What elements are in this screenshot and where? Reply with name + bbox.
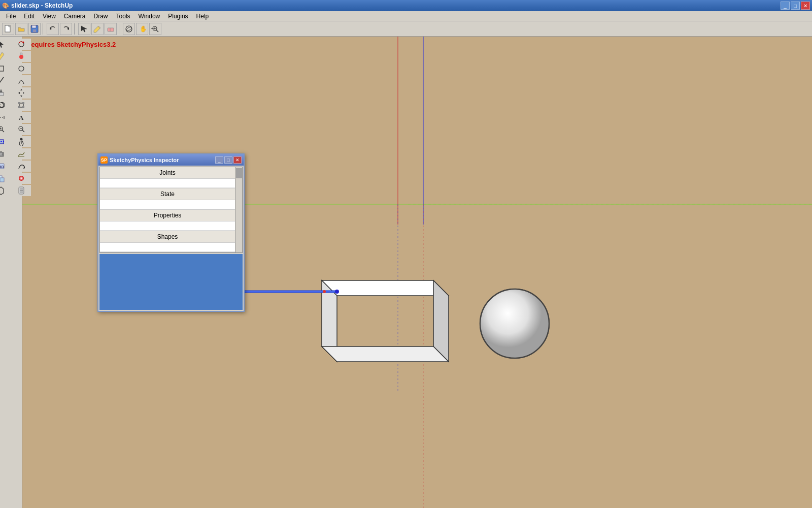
- toolbar-new[interactable]: [2, 23, 14, 35]
- tool-scale[interactable]: [12, 100, 31, 111]
- svg-point-84: [481, 290, 549, 358]
- titlebar-title: 🎨 slider.skp - SketchUp: [2, 2, 73, 9]
- svg-point-81: [323, 290, 326, 293]
- inspector-properties-field[interactable]: [100, 221, 235, 231]
- menu-camera[interactable]: Camera: [60, 12, 90, 21]
- tool-walkthrough[interactable]: [12, 136, 31, 147]
- tool-push-pull[interactable]: [0, 87, 11, 99]
- inspector-minimize[interactable]: _: [215, 156, 223, 164]
- tool-arc[interactable]: [12, 75, 31, 86]
- menu-file[interactable]: File: [2, 12, 20, 21]
- menu-window[interactable]: Window: [134, 12, 164, 21]
- tool-section-plane[interactable]: [0, 136, 11, 147]
- tool-rectangle[interactable]: [0, 63, 11, 74]
- tool-tape[interactable]: [0, 112, 11, 123]
- inspector-window-controls: _ □ ✕: [215, 156, 242, 164]
- inspector-shapes-field[interactable]: [100, 243, 235, 252]
- inspector-close[interactable]: ✕: [233, 156, 242, 164]
- menu-help[interactable]: Help: [192, 12, 213, 21]
- tool-paint[interactable]: [12, 51, 31, 62]
- minimize-button[interactable]: _: [781, 2, 790, 10]
- svg-marker-25: [0, 89, 3, 92]
- svg-point-83: [480, 289, 549, 358]
- tool-pencil[interactable]: [0, 51, 11, 62]
- titlebar-icon: 🎨: [2, 3, 9, 9]
- inspector-blue-panel[interactable]: [99, 254, 243, 310]
- toolbar-pencil[interactable]: [91, 23, 104, 35]
- svg-marker-27: [20, 96, 22, 97]
- svg-marker-17: [0, 40, 4, 48]
- menu-edit[interactable]: Edit: [20, 12, 39, 21]
- menu-plugins[interactable]: Plugins: [164, 12, 192, 21]
- inspector-shapes-label: Shapes: [157, 233, 178, 240]
- tool-component[interactable]: [0, 173, 11, 184]
- svg-rect-35: [18, 106, 20, 108]
- svg-marker-62: [0, 187, 4, 195]
- inspector-state-label: State: [160, 190, 175, 198]
- tool-text[interactable]: A: [12, 112, 31, 123]
- tool-zoom[interactable]: [0, 124, 11, 135]
- svg-line-23: [0, 77, 4, 84]
- canvas[interactable]: Requires SketchyPhysics3.2: [22, 37, 812, 508]
- svg-marker-74: [322, 280, 337, 362]
- inspector-state-field[interactable]: [100, 200, 235, 209]
- inspector-scrollbar[interactable]: [235, 167, 242, 252]
- inspector-joints-label: Joints: [159, 169, 175, 176]
- requires-notice: Requires SketchyPhysics3.2: [26, 41, 116, 48]
- requires-notice-text: Requires SketchyPhysics3.2: [26, 41, 116, 48]
- tool-select-arrow[interactable]: [0, 39, 11, 50]
- menu-draw[interactable]: Draw: [90, 12, 112, 21]
- tool-zoom-extents[interactable]: [12, 124, 31, 135]
- tool-line[interactable]: [0, 75, 11, 86]
- svg-point-22: [19, 66, 24, 71]
- close-button[interactable]: ✕: [801, 2, 810, 10]
- tool-sandbox[interactable]: [12, 148, 31, 160]
- inspector-state-header[interactable]: State: [100, 188, 235, 200]
- toolbar-save[interactable]: [28, 23, 41, 35]
- inspector-shapes-header[interactable]: Shapes: [100, 231, 235, 243]
- inspector-joints-header[interactable]: Joints: [100, 167, 235, 179]
- toolbar-orbit[interactable]: [123, 23, 135, 35]
- tool-camera-look[interactable]: [0, 148, 11, 160]
- inspector-maximize[interactable]: □: [224, 156, 232, 164]
- tool-addon2[interactable]: [12, 185, 31, 196]
- tool-circle[interactable]: [12, 63, 31, 74]
- svg-point-20: [19, 55, 23, 59]
- toolbar-select[interactable]: [78, 23, 90, 35]
- svg-rect-2: [32, 25, 36, 28]
- tool-select-orbit[interactable]: [12, 39, 31, 50]
- left-toolbar: A 3D: [0, 37, 22, 508]
- titlebar-controls: _ □ ✕: [781, 2, 810, 10]
- svg-point-54: [1, 154, 2, 155]
- tool-addon1[interactable]: [0, 185, 11, 196]
- titlebar-title-text: slider.skp - SketchUp: [11, 2, 73, 9]
- inspector-titlebar[interactable]: SP SketchyPhysics Inspector _ □ ✕: [98, 154, 244, 166]
- svg-marker-26: [20, 89, 22, 90]
- toolbar-undo[interactable]: [47, 23, 59, 35]
- svg-rect-21: [0, 66, 4, 71]
- inspector-state-section: State: [100, 188, 235, 210]
- svg-line-52: [22, 144, 23, 146]
- toolbar-zoom[interactable]: [149, 23, 161, 35]
- svg-line-42: [2, 130, 4, 132]
- toolbar-pan[interactable]: ✋: [136, 23, 148, 35]
- tool-move[interactable]: [12, 87, 31, 99]
- toolbar-open[interactable]: [15, 23, 27, 35]
- tool-follow-me[interactable]: [12, 161, 31, 172]
- svg-point-80: [335, 290, 339, 294]
- inspector-properties-header[interactable]: Properties: [100, 210, 235, 221]
- toolbar-sep-1: [43, 23, 45, 35]
- inspector-dialog: SP SketchyPhysics Inspector _ □ ✕ Joints: [97, 153, 245, 312]
- menu-tools[interactable]: Tools: [112, 12, 134, 21]
- maximize-button[interactable]: □: [791, 2, 800, 10]
- svg-point-50: [20, 138, 22, 141]
- tool-rotate[interactable]: [0, 100, 11, 111]
- inspector-joints-field[interactable]: [100, 179, 235, 188]
- svg-rect-60: [0, 178, 4, 182]
- toolbar-eraser[interactable]: [105, 23, 117, 35]
- tool-material[interactable]: [12, 173, 31, 184]
- menu-view[interactable]: View: [39, 12, 60, 21]
- tool-3d-text[interactable]: 3D: [0, 161, 11, 172]
- toolbar-sep-3: [119, 23, 121, 35]
- toolbar-redo[interactable]: [60, 23, 72, 35]
